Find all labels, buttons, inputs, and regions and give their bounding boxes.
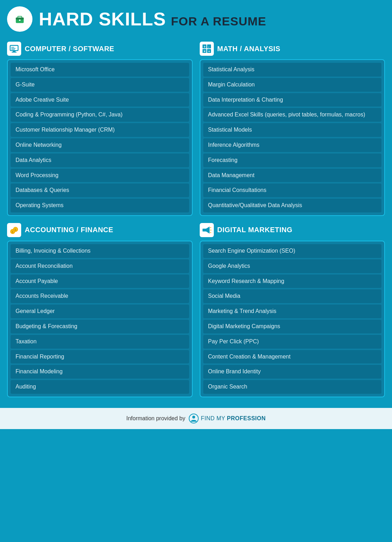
svg-line-27 bbox=[210, 227, 211, 228]
section-card-digital-marketing: Search Engine Optimization (SEO)Google A… bbox=[200, 241, 385, 397]
footer-logo: FIND MY PROFESSION bbox=[189, 414, 266, 423]
section-header-math-analysis: + - ÷ × MATH / ANALYSIS bbox=[200, 42, 385, 56]
footer-text: Information provided by bbox=[126, 415, 185, 422]
skill-item: Advanced Excel Skills (queries, pivot ta… bbox=[203, 108, 382, 122]
section-computer-software: COMPUTER / SOFTWAREMicrosoft OfficeG-Sui… bbox=[7, 42, 193, 216]
briefcase-icon bbox=[15, 14, 25, 24]
skill-item: Financial Reporting bbox=[11, 350, 189, 364]
section-header-accounting-finance: $ $ ACCOUNTING / FINANCE bbox=[7, 223, 193, 237]
svg-rect-26 bbox=[203, 229, 204, 231]
skill-item: Account Reconciliation bbox=[11, 259, 189, 273]
skill-item: Billing, Invoicing & Collections bbox=[11, 244, 189, 258]
header-title-sub: FOR A RESUME bbox=[171, 14, 266, 28]
skill-item: Operating Systems bbox=[11, 199, 189, 212]
skill-item: Google Analytics bbox=[203, 259, 382, 273]
svg-text:+: + bbox=[204, 45, 206, 49]
svg-rect-2 bbox=[16, 18, 24, 20]
math-icon: + - ÷ × bbox=[200, 42, 214, 56]
skill-item: Accounts Receivable bbox=[11, 289, 189, 303]
skill-item: Pay Per Click (PPC) bbox=[203, 335, 382, 349]
skill-item: Word Processing bbox=[11, 169, 189, 182]
skill-item: Quantitative/Qualitative Data Analysis bbox=[203, 199, 382, 212]
skill-item: Digital Marketing Campaigns bbox=[203, 320, 382, 333]
svg-rect-6 bbox=[13, 51, 16, 52]
section-header-computer-software: COMPUTER / SOFTWARE bbox=[7, 42, 193, 56]
svg-point-31 bbox=[192, 416, 195, 418]
coins-icon: $ $ bbox=[7, 223, 21, 237]
skill-item: Social Media bbox=[203, 289, 382, 303]
skill-item: Adobe Creative Suite bbox=[11, 93, 189, 107]
megaphone-icon bbox=[200, 223, 214, 237]
svg-rect-3 bbox=[19, 19, 20, 21]
skill-item: Content Creation & Management bbox=[203, 350, 382, 364]
svg-line-29 bbox=[210, 232, 211, 233]
skill-item: Auditing bbox=[11, 380, 189, 394]
skill-item: Online Networking bbox=[11, 138, 189, 152]
skill-item: Keyword Research & Mapping bbox=[203, 275, 382, 288]
section-title-math-analysis: MATH / ANALYSIS bbox=[217, 45, 281, 53]
section-card-accounting-finance: Billing, Invoicing & CollectionsAccount … bbox=[7, 241, 193, 397]
skill-item: G-Suite bbox=[11, 78, 189, 92]
skill-item: Forecasting bbox=[203, 153, 382, 167]
svg-text:×: × bbox=[204, 49, 206, 53]
svg-text:$: $ bbox=[12, 230, 13, 234]
skill-item: Margin Calculation bbox=[203, 78, 382, 92]
page-footer: Information provided by FIND MY PROFESSI… bbox=[0, 408, 392, 429]
section-accounting-finance: $ $ ACCOUNTING / FINANCEBilling, Invoici… bbox=[7, 223, 193, 397]
findmyprofession-icon bbox=[189, 414, 199, 423]
skill-item: Budgeting & Forecasting bbox=[11, 320, 189, 333]
section-title-digital-marketing: DIGITAL MARKETING bbox=[217, 226, 293, 234]
svg-rect-7 bbox=[12, 52, 17, 53]
section-header-digital-marketing: DIGITAL MARKETING bbox=[200, 223, 385, 237]
skill-item: Data Interpretation & Charting bbox=[203, 93, 382, 107]
footer-brand: FIND MY PROFESSION bbox=[201, 415, 266, 422]
header-title-main: HARD SKILLS bbox=[39, 8, 166, 30]
section-title-computer-software: COMPUTER / SOFTWARE bbox=[25, 45, 114, 53]
section-card-computer-software: Microsoft OfficeG-SuiteAdobe Creative Su… bbox=[7, 59, 193, 216]
section-math-analysis: + - ÷ × MATH / ANALYSISStatistical Analy… bbox=[200, 42, 385, 216]
section-digital-marketing: DIGITAL MARKETINGSearch Engine Optimizat… bbox=[200, 223, 385, 397]
skill-item: Statistical Analysis bbox=[203, 63, 382, 77]
section-card-math-analysis: Statistical AnalysisMargin CalculationDa… bbox=[200, 59, 385, 216]
skill-item: Marketing & Trend Analysis bbox=[203, 305, 382, 318]
skill-item: Financial Consultations bbox=[203, 183, 382, 197]
main-content: COMPUTER / SOFTWAREMicrosoft OfficeG-Sui… bbox=[0, 38, 392, 404]
skill-item: Data Analytics bbox=[11, 153, 189, 167]
sections-grid: COMPUTER / SOFTWAREMicrosoft OfficeG-Sui… bbox=[7, 42, 385, 397]
skill-item: Taxation bbox=[11, 335, 189, 349]
header-icon-container bbox=[7, 6, 32, 32]
section-title-accounting-finance: ACCOUNTING / FINANCE bbox=[25, 226, 113, 234]
skill-item: General Ledger bbox=[11, 305, 189, 318]
svg-text:$: $ bbox=[14, 228, 16, 231]
skill-item: Financial Modeling bbox=[11, 365, 189, 379]
skill-item: Microsoft Office bbox=[11, 63, 189, 77]
skill-item: Statistical Models bbox=[203, 123, 382, 137]
skill-item: Databases & Queries bbox=[11, 183, 189, 197]
svg-text:÷: ÷ bbox=[208, 49, 210, 53]
skill-item: Inference Algorithms bbox=[203, 138, 382, 152]
header-title-group: HARD SKILLS FOR A RESUME bbox=[39, 8, 266, 30]
skill-item: Online Brand Identity bbox=[203, 365, 382, 379]
skill-item: Customer Relationship Manager (CRM) bbox=[11, 123, 189, 137]
skill-item: Organic Search bbox=[203, 380, 382, 394]
svg-text:-: - bbox=[208, 45, 209, 49]
skill-item: Coding & Programming (Python, C#, Java) bbox=[11, 108, 189, 122]
page-header: HARD SKILLS FOR A RESUME bbox=[0, 0, 392, 38]
computer-icon bbox=[7, 42, 21, 56]
skill-item: Search Engine Optimization (SEO) bbox=[203, 244, 382, 258]
skill-item: Data Management bbox=[203, 169, 382, 182]
skill-item: Account Payable bbox=[11, 275, 189, 288]
